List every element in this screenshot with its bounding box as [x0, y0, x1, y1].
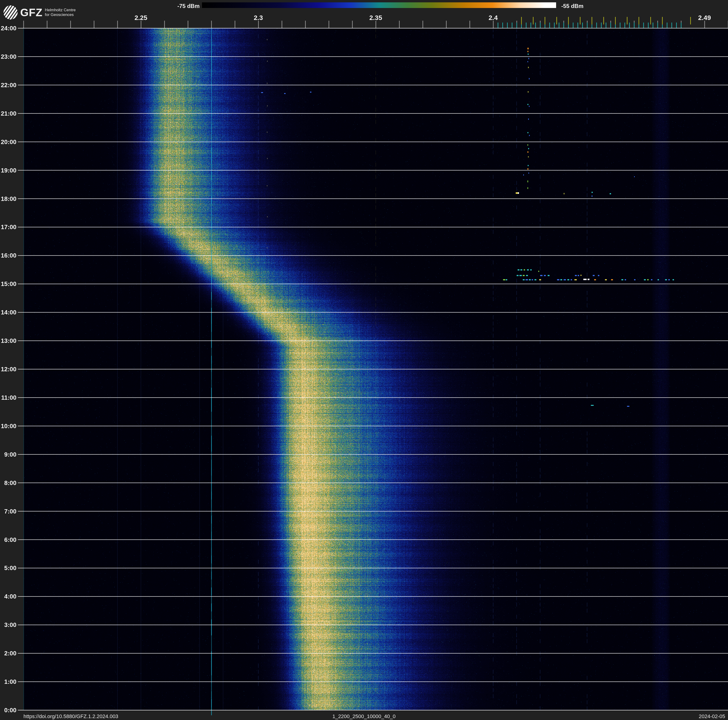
gfz-logo: GFZ Helmholtz Centre for Geosciences	[3, 5, 76, 20]
freq-tick-label: 2.4	[489, 14, 498, 21]
colorbar-max-label: -55 dBm	[561, 3, 584, 9]
time-tick-label: 11:00	[1, 394, 17, 401]
logo-acronym: GFZ	[20, 7, 43, 18]
time-tick-label: 22:00	[1, 81, 17, 89]
time-tick-label: 10:00	[1, 422, 17, 430]
time-tick-label: 7:00	[4, 507, 17, 515]
time-tick-label: 6:00	[4, 536, 17, 543]
freq-tick-label: 2.3	[254, 14, 263, 21]
time-tick-label: 5:00	[4, 564, 17, 572]
colorbar-min-label: -75 dBm	[177, 3, 200, 9]
gfz-globe-icon	[3, 5, 18, 20]
logo-subtitle: Helmholtz Centre for Geosciences	[45, 8, 76, 17]
logo-subtitle-line2: for Geosciences	[45, 12, 76, 17]
freq-tick-label: 2.35	[369, 14, 382, 21]
time-tick-label: 13:00	[1, 337, 17, 345]
time-tick-label: 16:00	[1, 252, 17, 259]
time-tick-label: 0:00	[4, 706, 17, 714]
logo-subtitle-line1: Helmholtz Centre	[45, 8, 76, 12]
freq-tick-label: 2.25	[135, 14, 147, 21]
footer-filename: 1_2200_2500_10000_40_0	[332, 714, 396, 720]
footer-doi: https://doi.org/10.5880/GFZ.1.2.2024.003	[23, 714, 118, 720]
time-tick-label: 18:00	[1, 195, 17, 202]
time-tick-label: 23:00	[1, 53, 17, 60]
time-tick-label: 15:00	[1, 280, 17, 288]
freq-tick-label: 2.49	[698, 14, 711, 21]
time-tick-label: 19:00	[1, 167, 17, 174]
spectrogram-page: GFZ Helmholtz Centre for Geosciences -75…	[0, 0, 728, 720]
colorbar-gradient	[202, 2, 556, 8]
time-tick-label: 1:00	[4, 678, 17, 685]
footer-date: 2024-02-05	[699, 714, 725, 720]
time-tick-label: 4:00	[4, 593, 17, 600]
time-tick-label: 2:00	[4, 650, 17, 657]
time-tick-label: 21:00	[1, 110, 17, 117]
time-tick-label: 14:00	[1, 309, 17, 316]
time-tick-label: 17:00	[1, 224, 17, 231]
time-tick-label: 9:00	[4, 451, 17, 458]
time-tick-label: 3:00	[4, 621, 17, 629]
time-tick-label: 12:00	[1, 366, 17, 373]
time-tick-label: 8:00	[4, 479, 17, 486]
time-tick-label: 24:00	[1, 25, 17, 32]
time-tick-label: 20:00	[1, 138, 17, 146]
spectrogram-canvas	[0, 0, 728, 720]
